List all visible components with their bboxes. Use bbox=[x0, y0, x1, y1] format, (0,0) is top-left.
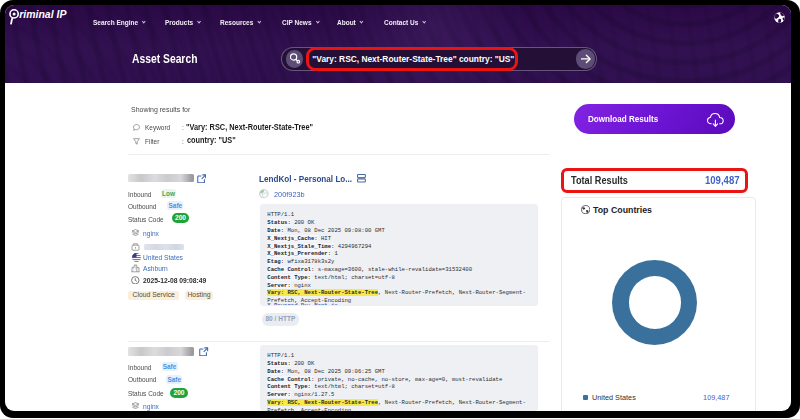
svg-text:riminal IP: riminal IP bbox=[19, 8, 67, 20]
